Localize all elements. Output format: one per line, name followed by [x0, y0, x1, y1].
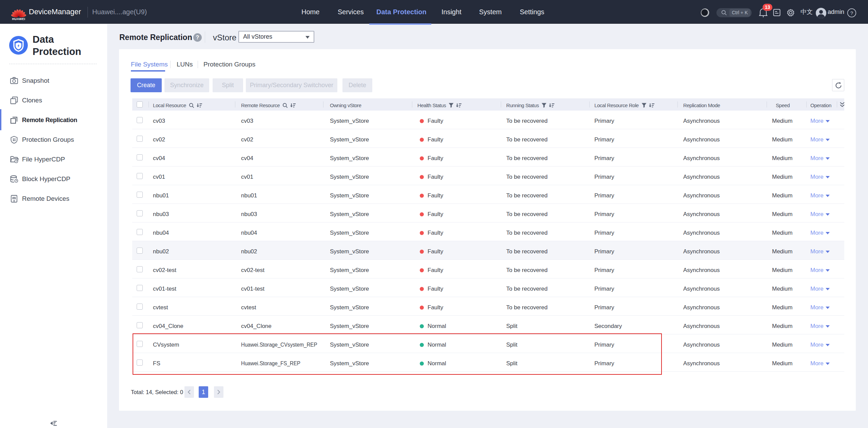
- svg-text:HUAWEI: HUAWEI: [12, 17, 25, 21]
- svg-text:?: ?: [850, 10, 853, 16]
